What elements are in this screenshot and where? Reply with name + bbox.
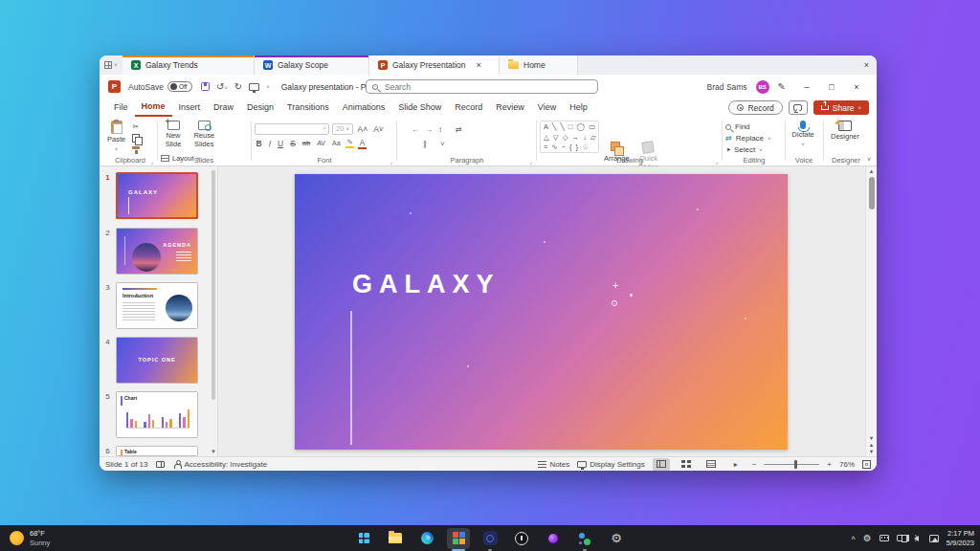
- tray-gear-icon[interactable]: ⚙: [863, 533, 872, 543]
- collapse-ribbon-chevron-icon[interactable]: ˅: [867, 156, 871, 163]
- slide-indicator[interactable]: Slide 1 of 13: [105, 460, 147, 469]
- font-size-dropdown[interactable]: 20˅: [332, 123, 353, 135]
- slideshow-view-button[interactable]: ▸: [727, 458, 745, 471]
- edge-button[interactable]: [415, 528, 438, 549]
- indent-button[interactable]: →: [425, 125, 433, 134]
- comments-button[interactable]: [789, 100, 808, 115]
- menu-draw[interactable]: Draw: [207, 99, 240, 116]
- menu-insert[interactable]: Insert: [172, 99, 208, 116]
- tab-galaxy-scope[interactable]: W Galaxy Scope: [255, 55, 369, 75]
- spell-check-icon[interactable]: [156, 461, 165, 468]
- increase-font-button[interactable]: A˄: [356, 124, 369, 134]
- record-button[interactable]: Record: [728, 100, 782, 115]
- accessibility-checker[interactable]: Accessibility: Investigate: [173, 460, 267, 469]
- vertical-scrollbar[interactable]: ▲ ▼ ▲ ▼: [865, 166, 877, 456]
- fit-to-window-icon[interactable]: [862, 460, 871, 469]
- slide-editor[interactable]: GALAXY +: [295, 174, 788, 450]
- thumbnail-slide-1[interactable]: GALAXY: [116, 172, 198, 219]
- reading-view-button[interactable]: [702, 458, 720, 471]
- clock[interactable]: 2:17 PM 5/9/2023: [947, 529, 974, 548]
- save-icon[interactable]: [201, 82, 210, 91]
- italic-button[interactable]: I: [267, 139, 272, 148]
- autosave-toggle[interactable]: Off: [167, 81, 192, 92]
- screenshot-tool-button[interactable]: [447, 528, 470, 549]
- slide-sorter-view-button[interactable]: [678, 458, 695, 471]
- ring-app-button[interactable]: [510, 528, 533, 549]
- shape-gallery[interactable]: A ╲ ╲ □ ◯ ▭ △ ▽ ◇ → ↓ ▱ ≈ ∿ ~ { } ☆: [540, 121, 599, 153]
- navy-app-button[interactable]: [479, 528, 501, 549]
- hidden-icons-chevron[interactable]: ˄: [851, 534, 856, 542]
- menu-file[interactable]: File: [107, 99, 135, 116]
- change-case-button[interactable]: Aa: [331, 140, 343, 146]
- columns-button[interactable]: ∥: [423, 140, 427, 148]
- underline-button[interactable]: U: [277, 139, 285, 148]
- start-button[interactable]: [352, 528, 375, 549]
- decrease-font-button[interactable]: A˅: [372, 124, 386, 134]
- subscript-button[interactable]: ab: [301, 139, 311, 147]
- search-input[interactable]: [383, 81, 591, 93]
- smartart-button[interactable]: ˅: [440, 140, 445, 148]
- tab-close-icon[interactable]: ×: [477, 60, 481, 70]
- start-slideshow-icon[interactable]: [249, 83, 259, 91]
- thumbnail-scrollbar[interactable]: [212, 170, 215, 400]
- share-button[interactable]: Share ˅: [813, 100, 869, 115]
- cut-button[interactable]: ✂: [132, 122, 141, 131]
- text-direction-button[interactable]: ⇄: [456, 125, 462, 134]
- outdent-button[interactable]: ←: [412, 125, 419, 134]
- tab-home[interactable]: Home: [500, 55, 578, 75]
- window-close-button[interactable]: ×: [864, 55, 869, 75]
- minimize-button[interactable]: –: [794, 82, 819, 92]
- dialog-launcher-icon[interactable]: ⌟: [715, 158, 718, 165]
- scroll-up-icon[interactable]: ▲: [869, 168, 875, 174]
- dialog-launcher-icon[interactable]: ⌟: [390, 158, 392, 165]
- thumbnail-slide-3[interactable]: Introduction: [116, 282, 198, 329]
- customize-qat-chevron-icon[interactable]: ˅: [266, 84, 270, 90]
- menu-animations[interactable]: Animations: [336, 99, 392, 116]
- previous-slide-icon[interactable]: ▲: [869, 442, 874, 448]
- normal-view-button[interactable]: [653, 458, 670, 471]
- select-button[interactable]: ➤Select˅: [725, 145, 783, 154]
- redo-button[interactable]: ↻: [234, 81, 242, 92]
- file-explorer-button[interactable]: [384, 528, 407, 549]
- menu-transitions[interactable]: Transitions: [280, 99, 336, 116]
- scrollbar-thumb[interactable]: [869, 177, 875, 209]
- zoom-slider-thumb[interactable]: [794, 460, 797, 469]
- font-name-dropdown[interactable]: [255, 123, 329, 135]
- bold-button[interactable]: B: [255, 139, 263, 148]
- next-slide-icon[interactable]: ▼: [869, 449, 874, 454]
- keyboard-icon[interactable]: [880, 535, 889, 541]
- thumbnail-slide-4[interactable]: TOPIC ONE: [116, 337, 198, 384]
- tray-photos-icon[interactable]: [929, 535, 939, 542]
- pen-icon[interactable]: ✎: [778, 81, 786, 92]
- maximize-button[interactable]: □: [819, 82, 844, 92]
- avatar[interactable]: BS: [756, 80, 769, 94]
- menu-design[interactable]: Design: [240, 99, 280, 116]
- dialog-launcher-icon[interactable]: ⌟: [150, 158, 153, 165]
- menu-record[interactable]: Record: [448, 99, 489, 116]
- undo-button[interactable]: ↺˅: [216, 81, 228, 92]
- tab-galaxy-trends[interactable]: X Galaxy Trends: [122, 55, 255, 75]
- scroll-down-icon[interactable]: ▼: [869, 435, 874, 441]
- character-spacing-button[interactable]: AV: [316, 140, 327, 146]
- close-button[interactable]: ×: [844, 82, 869, 92]
- line-spacing-button[interactable]: ↕: [438, 125, 442, 134]
- purple-app-button[interactable]: [542, 528, 565, 549]
- menu-review[interactable]: Review: [489, 99, 531, 116]
- thumbnail-slide-6[interactable]: Table: [116, 446, 198, 456]
- dots-app-button[interactable]: [573, 528, 596, 549]
- menu-view[interactable]: View: [531, 99, 563, 116]
- highlight-button[interactable]: ✎: [345, 138, 354, 148]
- zoom-level[interactable]: 76%: [839, 460, 855, 469]
- tab-galaxy-presentation[interactable]: P Galaxy Presentation ×: [369, 55, 500, 75]
- cast-display-icon[interactable]: [897, 535, 906, 541]
- settings-button[interactable]: ⚙: [605, 528, 628, 549]
- search-box[interactable]: [366, 79, 598, 94]
- tab-options-button[interactable]: ˅: [100, 55, 122, 75]
- thumbnail-slide-2[interactable]: AGENDA: [116, 228, 198, 275]
- menu-help[interactable]: Help: [563, 99, 594, 116]
- notes-button[interactable]: Notes: [538, 460, 569, 469]
- paste-button[interactable]: Paste ˅: [107, 117, 125, 153]
- volume-icon[interactable]: [914, 536, 919, 541]
- copy-button[interactable]: [132, 134, 140, 143]
- new-slide-button[interactable]: New Slide: [159, 117, 188, 148]
